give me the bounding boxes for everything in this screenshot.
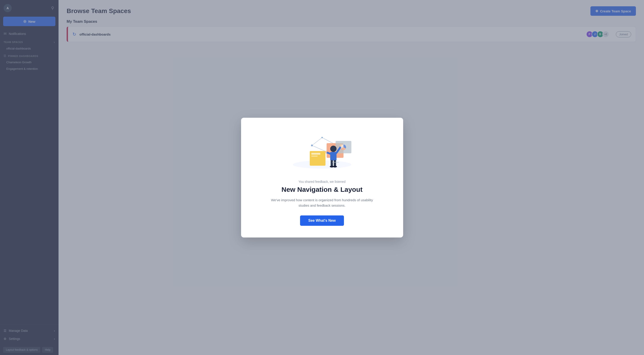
modal-illustration — [290, 128, 354, 174]
modal-description: We've improved how content is organized … — [268, 198, 376, 208]
svg-point-14 — [330, 146, 336, 152]
svg-rect-21 — [334, 160, 336, 166]
svg-point-19 — [325, 151, 327, 153]
svg-rect-20 — [331, 160, 333, 166]
svg-rect-13 — [311, 156, 318, 157]
svg-rect-15 — [330, 152, 336, 160]
svg-line-3 — [312, 138, 322, 146]
svg-point-23 — [333, 166, 337, 168]
see-whats-new-button[interactable]: See What's New — [300, 216, 344, 226]
modal-subtitle: You shared feedback, we listened — [298, 180, 346, 184]
modal-overlay[interactable]: You shared feedback, we listened New Nav… — [0, 0, 644, 355]
svg-rect-12 — [311, 153, 320, 155]
modal-title: New Navigation & Layout — [281, 186, 362, 193]
svg-rect-25 — [332, 162, 339, 163]
svg-point-8 — [321, 137, 323, 138]
modal-dialog: You shared feedback, we listened New Nav… — [241, 118, 403, 238]
svg-point-5 — [311, 144, 313, 146]
